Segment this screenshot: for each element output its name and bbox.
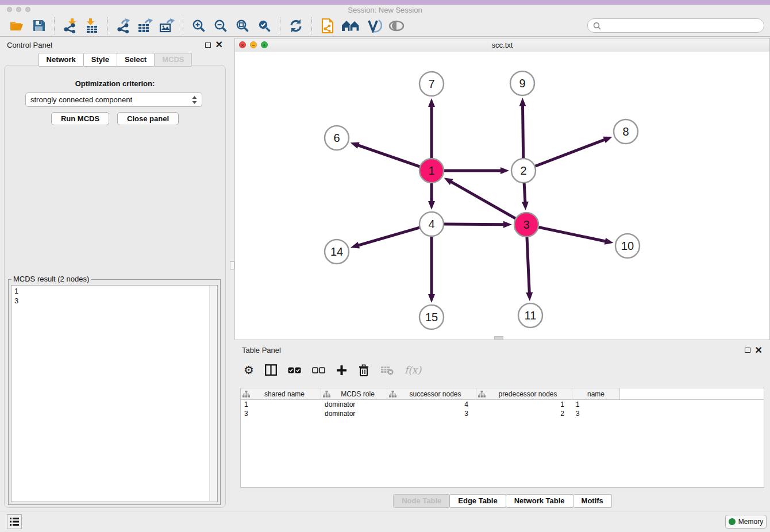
- zoom-out-icon[interactable]: [212, 17, 229, 34]
- run-mcds-button[interactable]: Run MCDS: [51, 112, 109, 125]
- window-titlebar: Session: New Session: [0, 0, 770, 15]
- table-cell[interactable]: 3: [572, 410, 620, 418]
- graph-edge-3-1[interactable]: [444, 178, 517, 219]
- vertical-splitter[interactable]: [230, 37, 234, 511]
- refresh-layout-icon[interactable]: [287, 17, 305, 34]
- graph-node-1[interactable]: 1: [419, 159, 444, 183]
- import-table-icon[interactable]: [83, 17, 101, 34]
- graph-node-2[interactable]: 2: [511, 159, 536, 183]
- graph-node-11[interactable]: 11: [518, 303, 542, 327]
- graph-node-6[interactable]: 6: [325, 126, 349, 150]
- tab-mcds[interactable]: MCDS: [154, 53, 192, 67]
- network-window-titlebar[interactable]: × − + scc.txt: [235, 38, 769, 52]
- column-header-predecessor-nodes[interactable]: predecessor nodes: [476, 388, 572, 399]
- split-columns-icon[interactable]: [265, 364, 277, 376]
- graph-edge-1-2[interactable]: [442, 167, 509, 174]
- table-cell[interactable]: dominator: [321, 400, 387, 408]
- column-header-successor-nodes[interactable]: successor nodes: [387, 388, 476, 399]
- tab-network-table[interactable]: Network Table: [506, 494, 573, 508]
- table-cell[interactable]: 3: [387, 410, 476, 418]
- column-header-shared-name[interactable]: shared name: [241, 388, 321, 399]
- gear-icon[interactable]: ⚙: [244, 364, 254, 376]
- network-document-icon[interactable]: [319, 17, 336, 34]
- float-table-panel-icon[interactable]: [745, 348, 750, 353]
- graph-edge-1-7[interactable]: [428, 98, 435, 160]
- graph-node-9[interactable]: 9: [510, 71, 534, 95]
- network-canvas[interactable]: 7968124314101511: [235, 52, 769, 340]
- table-cell[interactable]: 4: [387, 400, 476, 408]
- search-input[interactable]: [605, 21, 759, 30]
- tab-select[interactable]: Select: [117, 53, 155, 67]
- column-header-mcds-role[interactable]: MCDS role: [321, 388, 387, 399]
- float-panel-icon[interactable]: [205, 43, 211, 48]
- graph-node-7[interactable]: 7: [419, 72, 444, 96]
- close-panel-icon[interactable]: ✕: [215, 41, 223, 48]
- window-zoom-button[interactable]: [25, 7, 30, 12]
- import-network-icon[interactable]: [61, 17, 79, 34]
- graph-node-3[interactable]: 3: [514, 213, 538, 237]
- network-close-button[interactable]: ×: [239, 41, 246, 48]
- deselect-all-checkboxes-icon[interactable]: [312, 367, 325, 373]
- table-cell[interactable]: 1: [241, 400, 321, 408]
- open-session-icon[interactable]: [8, 17, 25, 34]
- tab-motifs[interactable]: Motifs: [573, 494, 612, 508]
- graph-edge-2-9[interactable]: [519, 98, 526, 160]
- mcds-result-text[interactable]: 13: [11, 285, 218, 502]
- close-panel-button[interactable]: Close panel: [117, 112, 179, 125]
- graph-edge-4-15[interactable]: [428, 235, 435, 303]
- add-icon[interactable]: [336, 365, 347, 376]
- control-panel-tabs: NetworkStyleSelectMCDS: [0, 53, 230, 67]
- zoom-in-icon[interactable]: [190, 17, 207, 34]
- graph-edge-4-14[interactable]: [351, 227, 421, 248]
- home-icon[interactable]: [341, 17, 361, 34]
- graph-edge-2-8[interactable]: [534, 137, 613, 167]
- graph-node-10[interactable]: 10: [615, 234, 640, 258]
- window-close-button[interactable]: [7, 7, 12, 12]
- graph-node-4[interactable]: 4: [419, 212, 444, 236]
- table-cell[interactable]: 2: [476, 410, 572, 418]
- graph-node-14[interactable]: 14: [325, 240, 349, 264]
- graph-edge-3-10[interactable]: [537, 227, 614, 245]
- network-minimize-button[interactable]: −: [250, 41, 257, 48]
- export-image-icon[interactable]: [159, 17, 176, 34]
- horizontal-splitter-grip[interactable]: [494, 336, 503, 340]
- mcds-result-scrollbar[interactable]: [209, 286, 217, 501]
- task-history-button[interactable]: [7, 514, 22, 529]
- memory-button[interactable]: Memory: [725, 515, 767, 529]
- table-row[interactable]: 1dominator411: [241, 400, 764, 409]
- graph-edge-1-6[interactable]: [351, 142, 421, 167]
- function-builder-icon: f(x): [405, 364, 421, 376]
- tab-network[interactable]: Network: [38, 53, 84, 67]
- search-box[interactable]: [587, 18, 764, 33]
- tab-edge-table[interactable]: Edge Table: [449, 494, 506, 508]
- table-cell[interactable]: 1: [476, 400, 572, 408]
- graph-edge-1-4[interactable]: [428, 182, 435, 210]
- close-table-panel-icon[interactable]: ✕: [755, 347, 763, 354]
- save-session-icon[interactable]: [30, 17, 47, 34]
- select-all-checkboxes-icon[interactable]: [288, 367, 301, 373]
- table-cell[interactable]: dominator: [321, 410, 387, 418]
- column-header-name[interactable]: name: [572, 388, 620, 399]
- tab-style[interactable]: Style: [83, 53, 117, 67]
- network-canvas-svg[interactable]: 7968124314101511: [235, 52, 769, 340]
- criterion-select[interactable]: strongly connected component: [25, 92, 202, 107]
- hide-show-icon[interactable]: [388, 17, 405, 34]
- export-network-icon[interactable]: [115, 17, 132, 34]
- vizmapper-icon[interactable]: [366, 17, 383, 34]
- zoom-selected-icon[interactable]: [256, 17, 273, 34]
- table-cell[interactable]: 3: [241, 410, 321, 418]
- export-table-icon[interactable]: [137, 17, 154, 34]
- window-minimize-button[interactable]: [16, 7, 21, 12]
- graph-edge-3-11[interactable]: [526, 236, 533, 301]
- zoom-fit-icon[interactable]: [234, 17, 251, 34]
- graph-node-15[interactable]: 15: [419, 305, 444, 329]
- table-cell[interactable]: 1: [572, 400, 620, 408]
- graph-edge-4-3[interactable]: [442, 221, 512, 228]
- table-row[interactable]: 3dominator323: [241, 409, 764, 418]
- tab-node-table[interactable]: Node Table: [393, 494, 450, 508]
- network-zoom-button[interactable]: +: [261, 41, 268, 48]
- splitter-grip[interactable]: [230, 261, 234, 269]
- graph-edge-2-3[interactable]: [522, 182, 529, 210]
- delete-icon[interactable]: [358, 364, 369, 376]
- graph-node-8[interactable]: 8: [614, 119, 638, 144]
